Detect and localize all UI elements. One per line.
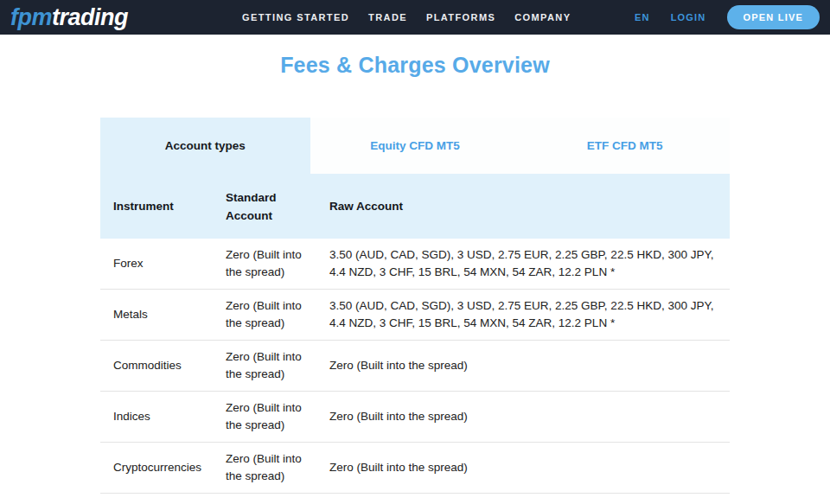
- nav-item-getting-started[interactable]: GETTING STARTED: [242, 12, 349, 22]
- logo-fpm: fpm: [10, 4, 52, 30]
- tab-equity-cfd-mt5[interactable]: Equity CFD MT5: [310, 118, 520, 174]
- standard-account-cell: Zero (Built into the spread): [226, 399, 314, 434]
- logo[interactable]: fpmtrading: [10, 0, 128, 35]
- table-header-row: Instrument Standard Account Raw Account: [100, 174, 730, 239]
- table-row: Commodities Zero (Built into the spread)…: [100, 341, 730, 392]
- fees-table: Instrument Standard Account Raw Account …: [100, 174, 730, 494]
- header-instrument: Instrument: [113, 197, 226, 215]
- raw-account-cell: 3.50 (AUD, CAD, SGD), 3 USD, 2.75 EUR, 2…: [329, 246, 730, 281]
- table-row: Indices Zero (Built into the spread) Zer…: [100, 392, 730, 443]
- standard-account-cell: Zero (Built into the spread): [226, 348, 314, 383]
- header-standard-account: Standard Account: [226, 188, 314, 225]
- raw-account-cell: Zero (Built into the spread): [329, 408, 730, 425]
- language-selector[interactable]: EN: [635, 12, 650, 22]
- instrument-cell: Commodities: [113, 357, 226, 374]
- tab-account-types[interactable]: Account types: [100, 118, 310, 174]
- nav-menu: GETTING STARTED TRADE PLATFORMS COMPANY: [242, 12, 571, 22]
- raw-account-cell: Zero (Built into the spread): [329, 459, 730, 476]
- login-link[interactable]: LOGIN: [671, 12, 706, 22]
- nav-item-company[interactable]: COMPANY: [514, 12, 571, 22]
- top-nav: fpmtrading GETTING STARTED TRADE PLATFOR…: [0, 0, 830, 35]
- tabs: Account types Equity CFD MT5 ETF CFD MT5: [100, 118, 730, 174]
- table-row: Forex Zero (Built into the spread) 3.50 …: [100, 239, 730, 290]
- instrument-cell: Cryptocurrencies: [113, 459, 226, 476]
- standard-account-cell: Zero (Built into the spread): [226, 297, 314, 332]
- standard-account-cell: Zero (Built into the spread): [226, 450, 314, 485]
- instrument-cell: Indices: [113, 408, 226, 425]
- instrument-cell: Metals: [113, 306, 226, 323]
- header-raw-account: Raw Account: [329, 197, 730, 215]
- nav-item-trade[interactable]: TRADE: [368, 12, 407, 22]
- open-live-button[interactable]: OPEN LIVE: [727, 5, 820, 29]
- nav-right-group: EN LOGIN OPEN LIVE: [635, 5, 820, 29]
- fees-section: Account types Equity CFD MT5 ETF CFD MT5…: [100, 118, 730, 494]
- logo-trading: trading: [52, 4, 128, 30]
- raw-account-cell: 3.50 (AUD, CAD, SGD), 3 USD, 2.75 EUR, 2…: [329, 297, 730, 332]
- tab-etf-cfd-mt5[interactable]: ETF CFD MT5: [520, 118, 730, 174]
- standard-account-cell: Zero (Built into the spread): [226, 246, 314, 281]
- table-row: Cryptocurrencies Zero (Built into the sp…: [100, 443, 730, 494]
- instrument-cell: Forex: [113, 255, 226, 272]
- table-row: Metals Zero (Built into the spread) 3.50…: [100, 290, 730, 341]
- raw-account-cell: Zero (Built into the spread): [329, 357, 730, 374]
- page-title: Fees & Charges Overview: [0, 53, 830, 78]
- nav-item-platforms[interactable]: PLATFORMS: [426, 12, 495, 22]
- table-body: Forex Zero (Built into the spread) 3.50 …: [100, 239, 730, 494]
